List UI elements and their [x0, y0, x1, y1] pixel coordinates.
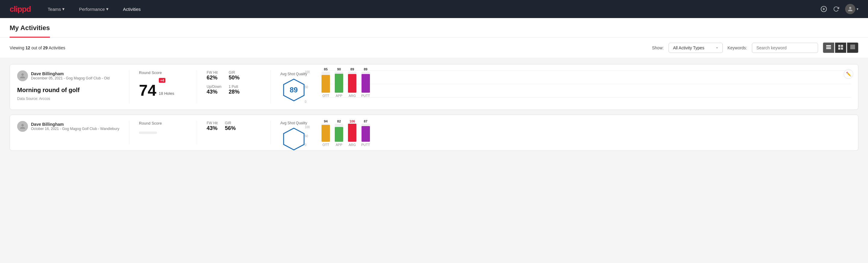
user-menu-button[interactable]: ▾	[845, 4, 858, 14]
page-header: My Activities	[0, 18, 868, 38]
nav-teams[interactable]: Teams ▾	[45, 5, 67, 13]
bar-chart: 100 50 0 85	[313, 70, 851, 104]
view-compact-button[interactable]	[847, 42, 858, 53]
chevron-down-icon: ▾	[62, 6, 65, 12]
chart-y-labels: 100 50 0	[305, 70, 310, 104]
chevron-down-icon: ▾	[106, 6, 108, 12]
nav-performance[interactable]: Performance ▾	[77, 5, 111, 13]
hexagon: 89	[282, 78, 306, 102]
hexagon-wrapper: Avg Shot Quality	[280, 121, 307, 151]
divider	[197, 70, 197, 104]
user-date: October 16, 2021 - Gog Magog Golf Club -…	[31, 127, 119, 131]
hexagon	[282, 127, 306, 151]
stat-col-left: FW Hit 43%	[207, 121, 218, 132]
nav-icons: ▾	[820, 4, 858, 14]
avg-shot-quality-label: Avg Shot Quality	[280, 121, 307, 125]
fw-hit-stat: FW Hit 62%	[207, 70, 221, 81]
nav-activities[interactable]: Activities	[121, 5, 143, 13]
avg-shot-quality-label: Avg Shot Quality	[280, 72, 307, 76]
round-score-row: 74 +4 18 Holes	[139, 78, 187, 98]
divider	[129, 121, 129, 144]
view-toggle	[823, 42, 858, 53]
divider	[129, 70, 129, 104]
svg-rect-11	[850, 46, 855, 47]
fw-hit-label: FW Hit	[207, 121, 218, 125]
user-menu-arrow: ▾	[857, 7, 858, 11]
one-putt-stat: 1 Putt 28%	[228, 85, 239, 95]
gir-value: 56%	[225, 125, 236, 132]
viewing-count-text: Viewing 12 out of 29 Activities	[10, 46, 647, 50]
gir-stat: GIR 50%	[228, 70, 239, 81]
user-info: Dave Billingham December 05, 2021 - Gog …	[31, 71, 110, 80]
filter-bar: Viewing 12 out of 29 Activities Show: Al…	[0, 38, 868, 58]
stat-col-right: GIR 56%	[225, 121, 236, 132]
quality-section: Avg Shot Quality 89 100 50 0	[280, 70, 851, 104]
stat-col-right: GIR 50% 1 Putt 28%	[228, 70, 239, 95]
card-user: Dave Billingham October 16, 2021 - Gog M…	[17, 121, 119, 132]
refresh-button[interactable]	[833, 6, 839, 12]
bar-chart: 100 50 0 94 OTT	[313, 125, 851, 147]
bar-arg: 89 ARG	[348, 67, 356, 97]
data-source: Data Source: Arccos	[17, 96, 119, 101]
svg-rect-4	[826, 47, 831, 48]
fw-hit-stat: FW Hit 43%	[207, 121, 218, 132]
svg-rect-5	[826, 48, 831, 49]
user-info: Dave Billingham October 16, 2021 - Gog M…	[31, 122, 119, 131]
user-name: Dave Billingham	[31, 122, 119, 127]
svg-rect-12	[850, 47, 855, 48]
round-score-section: Round Score	[139, 121, 187, 134]
avatar	[845, 4, 856, 14]
quality-section: Avg Shot Quality 100 50 0 94	[280, 121, 851, 151]
card-user: Dave Billingham December 05, 2021 - Gog …	[17, 70, 119, 81]
logo: clippd	[10, 4, 31, 14]
navbar: clippd Teams ▾ Performance ▾ Activities …	[0, 0, 868, 18]
updown-value: 43%	[207, 89, 221, 95]
card-left: Dave Billingham October 16, 2021 - Gog M…	[17, 121, 119, 134]
hexagon-wrapper: Avg Shot Quality 89	[280, 72, 307, 102]
activity-card: ✏️ Dave Billingham December 05, 2021 - G…	[10, 64, 858, 110]
fw-hit-value: 43%	[207, 125, 218, 132]
show-label: Show:	[652, 46, 664, 50]
avatar	[17, 70, 28, 81]
activity-type-select[interactable]: All Activity Types	[669, 43, 723, 53]
updown-stat: Up/Down 43%	[207, 85, 221, 95]
holes-value: 18 Holes	[159, 91, 174, 96]
fw-hit-label: FW Hit	[207, 70, 221, 75]
divider	[197, 121, 197, 144]
round-score-label: Round Score	[139, 121, 187, 125]
svg-rect-6	[838, 45, 840, 47]
activity-card: Dave Billingham October 16, 2021 - Gog M…	[10, 115, 858, 151]
svg-rect-3	[826, 45, 831, 46]
bar-putt: 87 PUTT	[361, 119, 370, 147]
activities-list: ✏️ Dave Billingham December 05, 2021 - G…	[0, 58, 868, 157]
svg-rect-7	[841, 45, 843, 47]
bar-ott: 85 OTT	[321, 67, 330, 97]
side-stats: FW Hit 62% Up/Down 43% GIR 50% 1 Putt 28…	[207, 70, 261, 95]
view-list-button[interactable]	[823, 42, 834, 53]
divider	[270, 70, 271, 104]
view-grid-button[interactable]	[835, 42, 846, 53]
side-stats: FW Hit 43% GIR 56%	[207, 121, 261, 132]
gir-value: 50%	[228, 75, 239, 81]
chart-y-labels: 100 50 0	[305, 125, 310, 147]
avatar	[17, 121, 28, 132]
nav-performance-label: Performance	[79, 7, 105, 12]
divider	[270, 121, 271, 144]
one-putt-value: 28%	[228, 89, 239, 95]
score-badge: +4	[159, 78, 166, 83]
activity-title: Morning round of golf	[17, 87, 119, 94]
svg-rect-13	[850, 49, 855, 49]
gir-label: GIR	[228, 70, 239, 75]
gir-stat: GIR 56%	[225, 121, 236, 132]
hexagon-value: 89	[290, 86, 298, 94]
bar-arg: 106 ARG	[348, 119, 356, 147]
svg-marker-15	[284, 128, 304, 150]
nav-activities-label: Activities	[123, 7, 141, 12]
fw-hit-value: 62%	[207, 75, 221, 81]
search-input[interactable]	[752, 43, 818, 53]
stat-col-left: FW Hit 62% Up/Down 43%	[207, 70, 221, 95]
add-button[interactable]	[820, 6, 827, 12]
bar-putt: 89 PUTT	[361, 67, 370, 97]
user-name: Dave Billingham	[31, 71, 110, 76]
svg-rect-9	[841, 48, 843, 50]
